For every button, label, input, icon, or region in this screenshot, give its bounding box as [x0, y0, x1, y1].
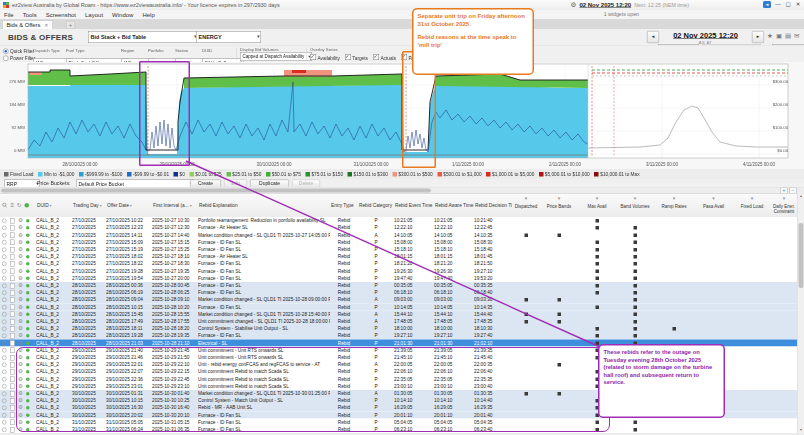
table-row[interactable]: ⚙CALL_B_227/10/202527/10/2025 19:542025-… — [0, 275, 797, 282]
filter-funnel-icon[interactable]: ▼ — [672, 196, 676, 201]
column-header-band-volumes[interactable]: ▼Band Volumes — [616, 194, 654, 218]
column-header-decision_time[interactable]: Rebid Decision Time — [474, 194, 512, 218]
row-status-dot-icon[interactable] — [26, 248, 30, 252]
row-status-dot-icon[interactable] — [26, 269, 30, 273]
display-bid-volumes-select[interactable]: Capped at Dispatch Availability — [240, 52, 312, 61]
row-settings-icon[interactable]: ⚙ — [18, 312, 23, 317]
quick-filter-radio[interactable] — [3, 49, 9, 55]
row-status-dot-icon[interactable] — [26, 233, 30, 237]
row-notes-icon[interactable] — [10, 376, 15, 382]
row-settings-icon[interactable]: ⚙ — [18, 290, 23, 295]
row-search-icon[interactable] — [2, 305, 7, 310]
table-row[interactable]: ⚙CALL_B_228/10/202528/10/2025 06:192025-… — [0, 289, 797, 296]
row-settings-icon[interactable]: ⚙ — [18, 276, 23, 281]
row-settings-icon[interactable]: ⚙ — [18, 304, 23, 309]
hscroll-thumb[interactable] — [1, 189, 431, 193]
table-row[interactable]: ⚙CALL_B_227/10/202527/10/2025 12:232025-… — [0, 224, 797, 231]
row-status-dot-icon[interactable] — [26, 341, 30, 345]
row-settings-icon[interactable]: ⚙ — [18, 268, 23, 273]
menu-help[interactable]: Help — [142, 11, 154, 18]
overlay-checkbox-targets[interactable] — [345, 54, 351, 60]
row-notes-icon[interactable] — [10, 268, 15, 274]
row-settings-icon[interactable]: ⚙ — [18, 283, 23, 288]
close-button[interactable]: ✕ — [794, 1, 802, 8]
row-status-dot-icon[interactable] — [26, 277, 30, 281]
row-notes-icon[interactable] — [10, 362, 15, 368]
as-at-date[interactable]: 02 Nov 2025 12:20 — [661, 31, 750, 40]
row-search-icon[interactable] — [2, 262, 7, 267]
row-notes-icon[interactable] — [10, 391, 15, 397]
row-notes-icon[interactable] — [10, 225, 15, 231]
filter-funnel-icon[interactable]: ▼ — [557, 196, 561, 201]
column-header-daily-ener-constraint[interactable]: ▼Daily Ener. Constraint — [771, 194, 797, 218]
row-search-icon[interactable] — [2, 370, 7, 375]
row-notes-icon[interactable] — [10, 247, 15, 253]
row-notes-icon[interactable] — [10, 355, 15, 361]
new-tab-button[interactable]: + — [66, 21, 75, 29]
refresh-icon[interactable]: ↻ — [17, 202, 22, 209]
row-notes-icon[interactable] — [10, 261, 15, 267]
row-search-icon[interactable] — [2, 327, 7, 332]
overlay-checkbox-availability[interactable] — [310, 54, 316, 60]
row-notes-icon[interactable] — [10, 412, 15, 418]
menu-screenshot[interactable]: Screenshot — [46, 11, 76, 18]
row-notes-icon[interactable] — [10, 297, 15, 303]
menu-file[interactable]: File — [4, 11, 14, 18]
row-search-icon[interactable] — [2, 413, 7, 418]
row-search-icon[interactable] — [2, 341, 7, 346]
filter-funnel-icon[interactable]: ▼ — [782, 196, 786, 201]
table-row[interactable]: ⚙CALL_B_227/10/202527/10/2025 14:112025-… — [0, 231, 797, 238]
next-interval-button[interactable]: ► — [752, 31, 764, 43]
table-row[interactable]: ⚙CALL_B_228/10/202528/10/2025 18:112025-… — [0, 325, 797, 332]
row-settings-icon[interactable]: ⚙ — [18, 297, 23, 302]
column-header-explanation[interactable]: Rebid Explanation — [198, 194, 330, 218]
row-notes-icon[interactable] — [10, 276, 15, 282]
row-notes-icon[interactable] — [10, 304, 15, 310]
row-search-icon[interactable] — [2, 406, 7, 411]
table-row[interactable]: ⚙CALL_B_228/10/202528/10/2025 15:452025-… — [0, 311, 797, 318]
row-status-dot-icon[interactable] — [26, 219, 30, 223]
row-notes-icon[interactable] — [10, 290, 15, 296]
market-select[interactable]: ENERGY — [196, 31, 261, 43]
sort-arrow-icon[interactable]: ▾ — [100, 204, 102, 209]
row-settings-icon[interactable]: ⚙ — [18, 225, 23, 230]
row-search-icon[interactable] — [2, 355, 7, 360]
view-select[interactable]: Bid Stack + Bid Table — [88, 31, 198, 43]
row-search-icon[interactable] — [2, 384, 7, 389]
row-search-icon[interactable] — [2, 269, 7, 274]
row-settings-icon[interactable]: ⚙ — [18, 333, 23, 338]
column-header-trading_day[interactable]: Trading Day▾ — [72, 194, 106, 218]
row-search-icon[interactable] — [2, 240, 7, 245]
row-notes-icon[interactable] — [10, 340, 15, 346]
row-search-icon[interactable] — [2, 348, 7, 353]
column-header-event_time[interactable]: Rebid Event Time — [394, 194, 434, 218]
row-search-icon[interactable] — [2, 233, 7, 238]
row-search-icon[interactable] — [2, 255, 7, 260]
row-search-icon[interactable] — [2, 276, 7, 281]
row-search-icon[interactable] — [2, 226, 7, 231]
column-header-max-avail[interactable]: ▼Max Avail — [578, 194, 616, 218]
print-icon[interactable]: ▤ — [785, 32, 791, 40]
row-settings-icon[interactable]: ⚙ — [18, 261, 23, 266]
filter-funnel-icon[interactable]: ▼ — [633, 196, 637, 201]
row-search-icon[interactable] — [2, 399, 7, 404]
row-status-dot-icon[interactable] — [26, 298, 30, 302]
row-search-icon[interactable] — [2, 377, 7, 382]
power-filter-radio[interactable] — [3, 56, 9, 62]
row-status-dot-icon[interactable] — [26, 226, 30, 230]
row-notes-icon[interactable] — [10, 283, 15, 289]
scroll-down-icon[interactable]: ▼ — [798, 427, 804, 433]
table-row[interactable]: ⚙CALL_B_228/10/202528/10/2025 09:042025-… — [0, 296, 797, 303]
favourite-icon[interactable]: ★ — [767, 32, 773, 40]
row-notes-icon[interactable] — [10, 326, 15, 332]
row-status-dot-icon[interactable] — [26, 262, 30, 266]
row-settings-icon[interactable]: ⚙ — [18, 340, 23, 345]
row-settings-icon[interactable]: ⚙ — [18, 218, 23, 223]
minimize-button[interactable]: — — [774, 1, 782, 8]
sort-arrow-icon[interactable]: ▾ — [190, 204, 192, 209]
row-search-icon[interactable] — [2, 391, 7, 396]
table-row[interactable]: ⚙CALL_B_228/10/202528/10/2025 17:492025-… — [0, 318, 797, 325]
row-status-dot-icon[interactable] — [26, 284, 30, 288]
row-notes-icon[interactable] — [10, 312, 15, 318]
column-header-category[interactable]: Rebid Category — [358, 194, 394, 218]
